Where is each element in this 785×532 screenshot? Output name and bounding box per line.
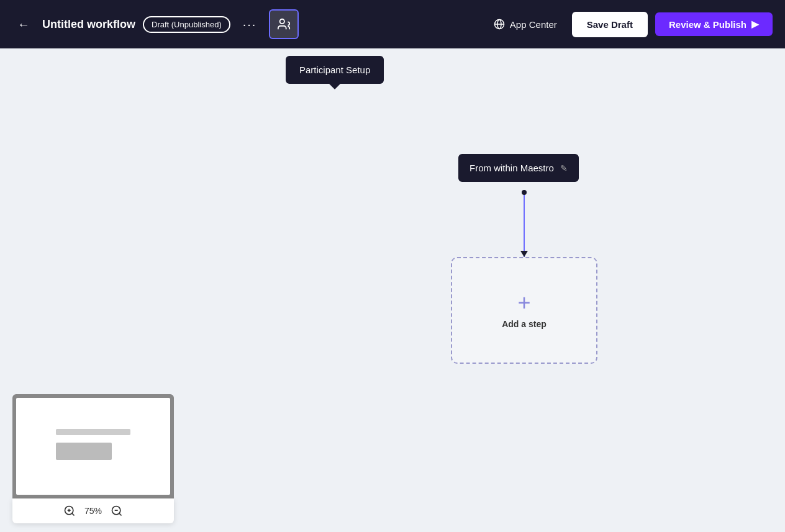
minimap bbox=[12, 394, 174, 498]
back-icon: ← bbox=[17, 17, 30, 32]
add-step-plus-icon: + bbox=[517, 292, 530, 314]
more-options-button[interactable]: ··· bbox=[238, 12, 262, 37]
app-center-button[interactable]: App Center bbox=[486, 14, 565, 35]
trigger-label-text: From within Maestro bbox=[470, 163, 554, 173]
minimap-placeholder-line1 bbox=[56, 429, 130, 435]
review-publish-arrow-icon: ▶ bbox=[751, 19, 759, 30]
participant-setup-label: Participant Setup bbox=[299, 65, 370, 75]
workflow-canvas: Participant Setup From within Maestro ✎ … bbox=[0, 48, 785, 532]
add-step-card[interactable]: + Add a step bbox=[451, 257, 597, 364]
zoom-controls: 75% bbox=[12, 498, 174, 523]
save-draft-label: Save Draft bbox=[587, 19, 633, 30]
zoom-out-button[interactable] bbox=[111, 505, 123, 517]
step-connector bbox=[524, 190, 525, 257]
review-publish-label: Review & Publish bbox=[669, 19, 746, 30]
connector-dot bbox=[522, 190, 527, 195]
participants-icon bbox=[277, 17, 291, 31]
zoom-out-icon bbox=[111, 505, 123, 517]
svg-line-9 bbox=[119, 513, 122, 516]
edit-trigger-icon[interactable]: ✎ bbox=[560, 163, 568, 173]
app-center-label: App Center bbox=[510, 19, 557, 30]
zoom-container: 75% bbox=[12, 394, 174, 523]
zoom-level-label: 75% bbox=[84, 506, 102, 516]
participant-setup-tooltip: Participant Setup bbox=[286, 56, 384, 84]
trigger-label: From within Maestro ✎ bbox=[458, 154, 579, 182]
connector-arrow bbox=[520, 251, 528, 257]
back-button[interactable]: ← bbox=[12, 12, 35, 37]
zoom-in-button[interactable] bbox=[63, 505, 76, 517]
svg-point-0 bbox=[280, 19, 284, 24]
minimap-placeholder-line2 bbox=[56, 443, 112, 460]
globe-icon bbox=[494, 19, 505, 30]
svg-line-5 bbox=[72, 513, 75, 516]
draft-badge: Draft (Unpublished) bbox=[143, 16, 230, 33]
participants-button[interactable] bbox=[269, 9, 299, 39]
add-step-label: Add a step bbox=[502, 319, 547, 329]
save-draft-button[interactable]: Save Draft bbox=[572, 12, 648, 37]
zoom-in-icon bbox=[63, 505, 76, 517]
review-publish-button[interactable]: Review & Publish ▶ bbox=[655, 12, 773, 36]
top-navigation: ← Untitled workflow Draft (Unpublished) … bbox=[0, 0, 785, 48]
more-icon: ··· bbox=[243, 17, 257, 31]
workflow-title: Untitled workflow bbox=[42, 18, 135, 31]
minimap-preview bbox=[16, 398, 170, 495]
